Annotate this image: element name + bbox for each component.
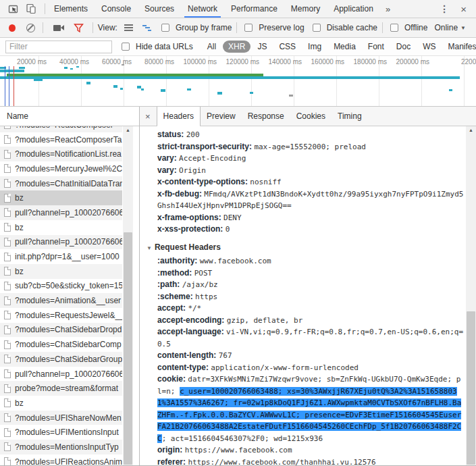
request-row[interactable]: ?modules=ChatInitialDataTran	[0, 176, 122, 191]
details-tab-timing[interactable]: Timing	[332, 107, 368, 126]
header-value: Accept-Encoding	[179, 154, 246, 163]
request-rows-view-icon[interactable]	[124, 24, 133, 31]
header-entry: content-type: application/x-www-form-url…	[157, 362, 465, 374]
preserve-log-checkbox[interactable]	[244, 24, 253, 32]
kebab-menu-icon[interactable]: ⋮	[433, 3, 455, 14]
header-value: Origin	[179, 166, 206, 175]
request-row[interactable]: ?modules=ReactComposerTa	[0, 132, 122, 147]
document-icon	[4, 282, 11, 290]
details-tab-preview[interactable]: Preview	[201, 107, 242, 126]
request-row[interactable]: ?modules=Animation&__user	[0, 293, 122, 308]
request-row[interactable]: bz	[0, 190, 122, 205]
hide-data-urls-checkbox[interactable]	[122, 43, 130, 51]
device-toolbar-icon[interactable]	[26, 3, 36, 14]
request-name: ?modules=RequestsJewel&__	[15, 311, 122, 320]
details-tab-cookies[interactable]: Cookies	[290, 107, 332, 126]
filter-type-doc[interactable]: Doc	[391, 41, 416, 53]
tab-performance[interactable]: Performance	[224, 0, 284, 18]
request-row[interactable]: ?modules=UFIReactionsAnim	[0, 455, 122, 465]
resource-type-filters: AllXHRJSCSSImgMediaFontDocWSManifestOthe…	[201, 41, 476, 53]
request-row[interactable]: ?modules=MentionsInputTyp	[0, 440, 122, 455]
request-name: bz	[15, 398, 24, 408]
request-row[interactable]: bz	[0, 264, 122, 279]
document-icon	[4, 311, 11, 319]
header-name: accept:	[157, 303, 186, 313]
filter-funnel-icon[interactable]	[74, 24, 84, 32]
request-name: bz	[15, 267, 24, 276]
filter-type-ws[interactable]: WS	[417, 41, 441, 53]
request-row[interactable]: bz	[0, 396, 122, 411]
filter-type-css[interactable]: CSS	[273, 41, 301, 53]
request-row[interactable]: ?modules=UFIMentionsInput	[0, 425, 122, 440]
throttling-dropdown-arrow-icon[interactable]: ▼	[460, 25, 466, 31]
name-column-header[interactable]: Name	[0, 107, 139, 126]
header-entry: status: 200	[157, 129, 465, 141]
header-name: strict-transport-security:	[157, 142, 252, 151]
offline-checkbox[interactable]	[390, 24, 398, 32]
more-tabs-chevron[interactable]: »	[380, 0, 396, 18]
request-row[interactable]: init.php?dpr=1&__user=1000	[0, 249, 122, 264]
filter-type-font[interactable]: Font	[363, 41, 390, 53]
header-name: :path:	[157, 280, 180, 289]
tab-application[interactable]: Application	[327, 0, 380, 18]
details-scrollbar[interactable]: ▲	[466, 126, 476, 465]
capture-screenshots-icon[interactable]	[53, 25, 61, 31]
request-row[interactable]: ?modules=ReactComposer	[0, 126, 122, 132]
filter-type-img[interactable]: Img	[302, 41, 327, 53]
tab-sources[interactable]: Sources	[138, 0, 181, 18]
group-by-frame-checkbox[interactable]	[161, 24, 169, 32]
header-entry: vary: Origin	[157, 165, 465, 177]
scrollbar-thumb[interactable]	[467, 311, 475, 465]
header-name: origin:	[157, 445, 182, 455]
document-icon	[4, 208, 11, 217]
details-tab-response[interactable]: Response	[242, 107, 290, 126]
request-row[interactable]: pull?channel=p_10002076606	[0, 205, 122, 220]
scroll-up-arrow-icon[interactable]: ▲	[466, 128, 476, 132]
request-name: pull?channel=p_10002076606	[15, 369, 122, 379]
overview-view-icon[interactable]	[142, 24, 151, 32]
filter-type-js[interactable]: JS	[252, 41, 272, 53]
scrollbar-thumb[interactable]	[124, 232, 132, 465]
throttling-select[interactable]: Online	[434, 23, 458, 32]
request-row[interactable]: ?modules=ChatSidebarDropd	[0, 323, 122, 338]
request-row[interactable]: probe?mode=stream&format	[0, 381, 122, 396]
request-row[interactable]: pull?channel=p_10002076606	[0, 367, 122, 382]
request-row[interactable]: ?modules=ChatSidebarComp	[0, 337, 122, 352]
details-tab-headers[interactable]: Headers	[157, 107, 201, 126]
request-row[interactable]: ?modules=ChatSidebarGroup	[0, 352, 122, 367]
request-row[interactable]: ?modules=NotificationList.rea	[0, 147, 122, 161]
header-value: www.facebook.com	[200, 257, 271, 265]
filter-type-all[interactable]: All	[202, 41, 221, 53]
tab-console[interactable]: Console	[95, 0, 138, 18]
disable-cache-checkbox[interactable]	[313, 24, 321, 32]
clear-icon[interactable]	[26, 24, 34, 32]
filter-type-media[interactable]: Media	[328, 41, 361, 53]
request-row[interactable]: ?modules=MercuryJewel%2C	[0, 161, 122, 176]
header-entry: :authority: www.facebook.com	[157, 255, 465, 267]
request-row[interactable]: ?modules=RequestsJewel&__	[0, 308, 122, 323]
close-details-icon[interactable]: ×	[140, 107, 157, 126]
header-entry: x-xss-protection: 0	[157, 224, 465, 236]
record-button[interactable]	[9, 24, 16, 32]
section-header-request-headers[interactable]: ▼Request Headers	[147, 242, 465, 255]
request-row[interactable]: bz	[0, 220, 122, 235]
requests-scrollbar[interactable]: ▲	[123, 126, 133, 465]
filter-input[interactable]	[5, 41, 112, 53]
timeline-tick-label: 180000 ms	[346, 58, 387, 66]
timeline-overview[interactable]: 20000 ms40000 ms60000 ms80000 ms100000 m…	[0, 56, 476, 107]
request-row[interactable]: sub?cb=50e&sticky_token=15	[0, 279, 122, 294]
tab-elements[interactable]: Elements	[47, 0, 95, 18]
request-row[interactable]: pull?channel=p_10002076606	[0, 235, 122, 250]
request-name: ?modules=MentionsInputTyp	[15, 442, 119, 452]
request-row[interactable]: ?modules=UFIShareNowMen	[0, 411, 122, 425]
tab-memory[interactable]: Memory	[284, 0, 327, 18]
header-entry: x-frame-options: DENY	[157, 212, 465, 224]
inspect-element-icon[interactable]	[8, 3, 19, 14]
close-devtools-icon[interactable]: ×	[455, 3, 472, 15]
document-icon	[4, 296, 11, 305]
tab-network[interactable]: Network	[181, 0, 224, 18]
view-label: View:	[98, 23, 117, 32]
scroll-up-arrow-icon[interactable]: ▲	[123, 128, 133, 132]
filter-type-manifest[interactable]: Manifest	[443, 41, 476, 53]
filter-type-xhr[interactable]: XHR	[223, 41, 250, 53]
